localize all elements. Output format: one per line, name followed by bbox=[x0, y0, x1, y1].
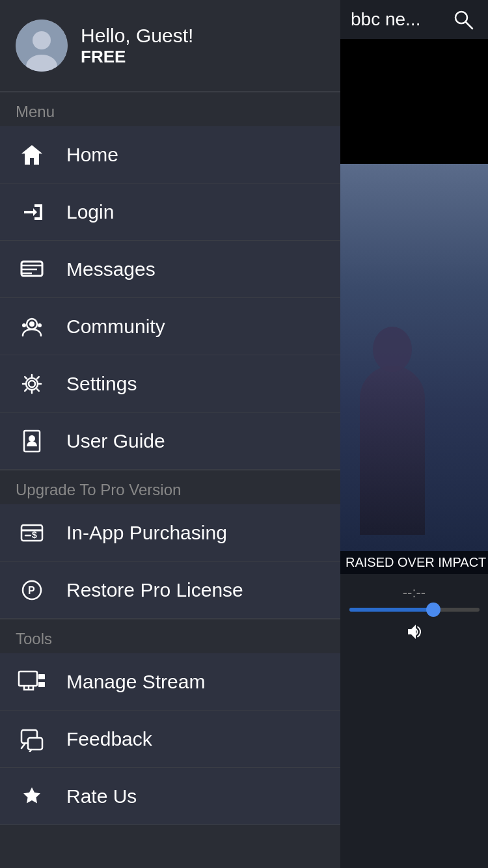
svg-point-14 bbox=[29, 381, 35, 387]
right-panel: bbc ne... RAISED OVER IMPACT OF OIL S --… bbox=[340, 0, 488, 868]
svg-text:P: P bbox=[28, 585, 35, 596]
avatar bbox=[16, 20, 68, 72]
rate-us-svg bbox=[19, 783, 45, 809]
community-label: Community bbox=[66, 316, 165, 338]
rate-us-icon bbox=[16, 780, 48, 813]
settings-svg bbox=[19, 371, 45, 397]
channel-title: bbc ne... bbox=[351, 9, 420, 30]
pro-license-icon: P bbox=[16, 574, 48, 606]
svg-point-17 bbox=[29, 435, 35, 442]
login-label: Login bbox=[66, 201, 114, 223]
user-guide-icon bbox=[16, 425, 48, 457]
progress-thumb bbox=[426, 603, 441, 617]
pro-license-svg: P bbox=[19, 577, 45, 603]
login-icon bbox=[16, 196, 48, 228]
svg-rect-27 bbox=[38, 682, 45, 687]
home-svg bbox=[19, 142, 45, 168]
home-icon bbox=[16, 139, 48, 171]
in-app-purchasing-label: In-App Purchasing bbox=[66, 522, 227, 544]
messages-svg bbox=[19, 256, 45, 282]
right-header: bbc ne... bbox=[340, 0, 488, 39]
svg-line-2 bbox=[466, 22, 472, 29]
manage-stream-label: Manage Stream bbox=[66, 671, 205, 693]
messages-label: Messages bbox=[66, 258, 156, 280]
sidebar: Hello, Guest! FREE Menu Home Login bbox=[0, 0, 340, 868]
volume-icon bbox=[405, 622, 424, 642]
feedback-label: Feedback bbox=[66, 728, 152, 750]
time-display: --:-- bbox=[403, 584, 426, 601]
menu-item-user-guide[interactable]: User Guide bbox=[0, 413, 340, 470]
restore-pro-license-label: Restore Pro License bbox=[66, 579, 243, 601]
menu-section-header: Menu bbox=[0, 92, 340, 126]
settings-icon bbox=[16, 368, 48, 400]
home-label: Home bbox=[66, 144, 118, 166]
news-ticker: RAISED OVER IMPACT OF OIL S bbox=[340, 551, 488, 574]
svg-rect-24 bbox=[19, 671, 37, 686]
menu-item-login[interactable]: Login bbox=[0, 183, 340, 241]
svg-rect-26 bbox=[38, 674, 45, 679]
svg-point-15 bbox=[26, 378, 38, 390]
video-thumbnail: RAISED OVER IMPACT OF OIL S bbox=[340, 164, 488, 574]
plan-badge: FREE bbox=[81, 47, 193, 67]
user-guide-label: User Guide bbox=[66, 430, 165, 452]
svg-point-4 bbox=[33, 31, 51, 49]
svg-point-13 bbox=[38, 323, 42, 327]
purchase-svg: $ bbox=[19, 520, 45, 546]
feedback-svg bbox=[19, 726, 45, 752]
svg-text:$: $ bbox=[32, 530, 37, 540]
settings-label: Settings bbox=[66, 373, 137, 395]
login-svg bbox=[19, 199, 45, 225]
menu-item-feedback[interactable]: Feedback bbox=[0, 711, 340, 768]
purchase-icon: $ bbox=[16, 517, 48, 549]
rate-us-label: Rate Us bbox=[66, 785, 137, 807]
video-controls: --:-- bbox=[340, 574, 488, 868]
menu-item-rate-us[interactable]: Rate Us bbox=[0, 768, 340, 825]
feedback-icon bbox=[16, 723, 48, 755]
manage-stream-svg bbox=[18, 669, 46, 695]
menu-item-home[interactable]: Home bbox=[0, 126, 340, 183]
avatar-icon bbox=[16, 20, 68, 72]
user-guide-svg bbox=[19, 428, 45, 454]
profile-section: Hello, Guest! FREE bbox=[0, 0, 340, 92]
community-svg bbox=[19, 314, 45, 340]
search-button[interactable] bbox=[449, 5, 478, 34]
manage-stream-icon bbox=[16, 666, 48, 698]
greeting-text: Hello, Guest! bbox=[81, 25, 193, 47]
community-icon bbox=[16, 310, 48, 343]
menu-item-settings[interactable]: Settings bbox=[0, 355, 340, 413]
svg-point-11 bbox=[29, 321, 34, 327]
messages-icon bbox=[16, 253, 48, 286]
user-info: Hello, Guest! FREE bbox=[81, 25, 193, 67]
progress-bar[interactable] bbox=[349, 608, 480, 612]
menu-item-community[interactable]: Community bbox=[0, 298, 340, 355]
svg-point-12 bbox=[22, 323, 26, 327]
menu-item-in-app-purchasing[interactable]: $ In-App Purchasing bbox=[0, 504, 340, 562]
menu-item-manage-stream[interactable]: Manage Stream bbox=[0, 653, 340, 711]
video-top-area bbox=[340, 39, 488, 164]
tools-section-header: Tools bbox=[0, 619, 340, 653]
menu-item-restore-pro-license[interactable]: P Restore Pro License bbox=[0, 562, 340, 619]
upgrade-section-header: Upgrade To Pro Version bbox=[0, 470, 340, 504]
volume-row bbox=[405, 622, 424, 642]
svg-rect-29 bbox=[28, 738, 42, 750]
search-icon bbox=[452, 8, 475, 31]
menu-item-messages[interactable]: Messages bbox=[0, 241, 340, 298]
progress-fill bbox=[349, 608, 434, 612]
